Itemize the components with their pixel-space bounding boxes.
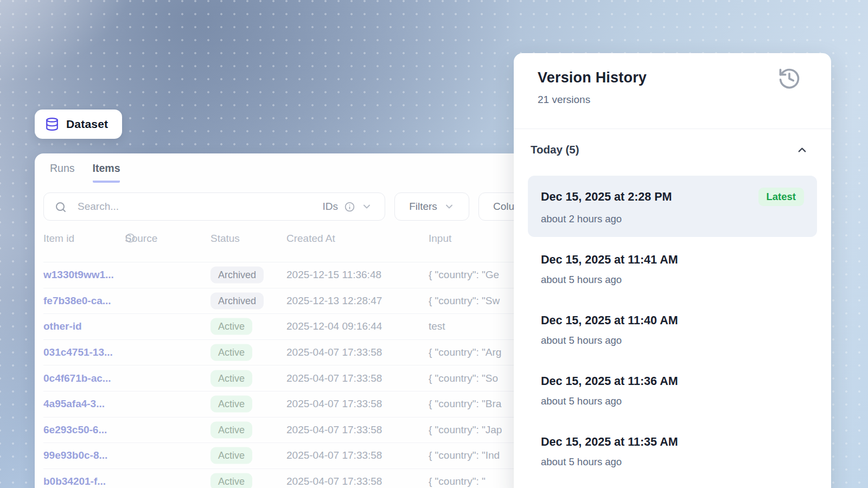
status-badge: Archived — [210, 292, 264, 309]
item-id-link[interactable]: fe7b38e0-ca... — [43, 295, 111, 307]
created-at-value: 2025-04-07 17:33:58 — [286, 424, 382, 436]
tab-items[interactable]: Items — [93, 162, 120, 183]
status-badge: Active — [210, 447, 252, 464]
version-timestamp: Dec 15, 2025 at 11:36 AM — [541, 375, 804, 388]
version-timestamp: Dec 15, 2025 at 11:40 AM — [541, 314, 804, 328]
version-count: 21 versions — [538, 94, 816, 106]
input-value: { "country": " — [429, 476, 486, 487]
created-at-value: 2025-04-07 17:33:58 — [286, 346, 382, 358]
input-value: { "country": "Sw — [429, 295, 500, 307]
created-at-value: 2025-12-13 12:28:47 — [286, 295, 382, 307]
created-at-value: 2025-04-07 17:33:58 — [286, 373, 382, 384]
group-today-toggle[interactable]: Today (5) — [528, 143, 817, 156]
dataset-chip[interactable]: Dataset — [35, 110, 122, 139]
created-at-value: 2025-12-04 09:16:44 — [286, 320, 382, 332]
item-id-link[interactable]: 0c4f671b-ac... — [43, 373, 111, 384]
input-value: { "country": "Arg — [429, 346, 501, 358]
status-badge: Active — [210, 421, 252, 438]
search-icon — [54, 201, 67, 214]
version-entry[interactable]: Dec 15, 2025 at 11:35 AM about 5 hours a… — [528, 435, 817, 468]
version-relative-time: about 5 hours ago — [541, 274, 804, 286]
input-value: test — [429, 320, 445, 332]
status-badge: Archived — [210, 267, 264, 284]
input-value: { "country": "Ge — [429, 269, 499, 281]
version-history-header: Version History 21 versions — [514, 53, 831, 129]
status-badge: Active — [210, 370, 252, 387]
history-icon[interactable] — [777, 66, 802, 91]
chevron-down-icon — [444, 201, 455, 212]
item-id-link[interactable]: other-id — [43, 320, 82, 332]
status-badge: Active — [210, 344, 252, 361]
item-id-link[interactable]: 6e293c50-6... — [43, 424, 107, 436]
status-badge: Active — [210, 396, 252, 413]
item-id-link[interactable]: 4a95afa4-3... — [43, 398, 105, 410]
database-icon — [45, 117, 59, 131]
version-history-title: Version History — [538, 69, 816, 86]
item-id-link[interactable]: w1330t9ww1... — [43, 269, 114, 281]
latest-badge: Latest — [758, 188, 805, 206]
status-badge: Active — [210, 473, 252, 488]
header-item-id: Item id — [43, 233, 74, 245]
chevron-down-icon — [361, 201, 372, 212]
version-entry-selected[interactable]: Dec 15, 2025 at 2:28 PM Latest about 2 h… — [528, 176, 817, 237]
input-value: { "country": "Ind — [429, 450, 500, 461]
item-id-link[interactable]: b0b34201-f... — [43, 476, 106, 487]
created-at-value: 2025-12-15 11:36:48 — [286, 269, 381, 281]
header-status: Status — [210, 233, 240, 245]
header-source: Source — [125, 233, 136, 243]
version-timestamp: Dec 15, 2025 at 11:35 AM — [541, 435, 804, 449]
columns-button-label: Colu — [493, 201, 514, 213]
filters-button-label: Filters — [409, 201, 437, 213]
version-timestamp: Dec 15, 2025 at 2:28 PM — [541, 190, 672, 204]
created-at-value: 2025-04-07 17:33:58 — [286, 398, 382, 410]
version-relative-time: about 5 hours ago — [541, 395, 804, 407]
filters-button[interactable]: Filters — [394, 192, 469, 221]
item-id-link[interactable]: 031c4751-13... — [43, 346, 113, 358]
version-timestamp: Dec 15, 2025 at 11:41 AM — [541, 253, 804, 267]
dataset-chip-label: Dataset — [66, 118, 108, 131]
header-created-at: Created At — [286, 233, 335, 245]
input-value: { "country": "Jap — [429, 424, 502, 436]
chevron-up-icon — [796, 144, 808, 156]
tab-runs[interactable]: Runs — [50, 162, 75, 183]
header-input: Input — [429, 233, 451, 245]
ids-dropdown[interactable]: IDs — [323, 201, 385, 213]
search-box: IDs — [43, 192, 385, 221]
version-history-body: Today (5) Dec 15, 2025 at 2:28 PM Latest… — [514, 143, 831, 468]
created-at-value: 2025-04-07 17:33:58 — [286, 450, 382, 461]
version-entry[interactable]: Dec 15, 2025 at 11:36 AM about 5 hours a… — [528, 375, 817, 407]
version-history-panel: Version History 21 versions Today (5) — [514, 53, 831, 488]
input-value: { "country": "So — [429, 373, 498, 384]
created-at-value: 2025-04-07 17:33:58 — [286, 476, 382, 487]
version-entry[interactable]: Dec 15, 2025 at 11:41 AM about 5 hours a… — [528, 253, 817, 286]
group-today-label: Today (5) — [531, 143, 579, 156]
version-entry[interactable]: Dec 15, 2025 at 11:40 AM about 5 hours a… — [528, 314, 817, 346]
input-value: { "country": "Bra — [429, 398, 501, 410]
version-relative-time: about 5 hours ago — [541, 456, 804, 468]
status-badge: Active — [210, 318, 252, 335]
search-input[interactable] — [44, 201, 323, 213]
app-background: Dataset Runs Items IDs — [0, 0, 868, 488]
item-id-link[interactable]: 99e93b0c-8... — [43, 450, 107, 461]
version-relative-time: about 2 hours ago — [541, 213, 804, 225]
header-source-label: Source — [125, 233, 157, 245]
version-relative-time: about 5 hours ago — [541, 335, 804, 346]
info-icon — [344, 201, 355, 213]
ids-dropdown-label: IDs — [323, 201, 339, 213]
